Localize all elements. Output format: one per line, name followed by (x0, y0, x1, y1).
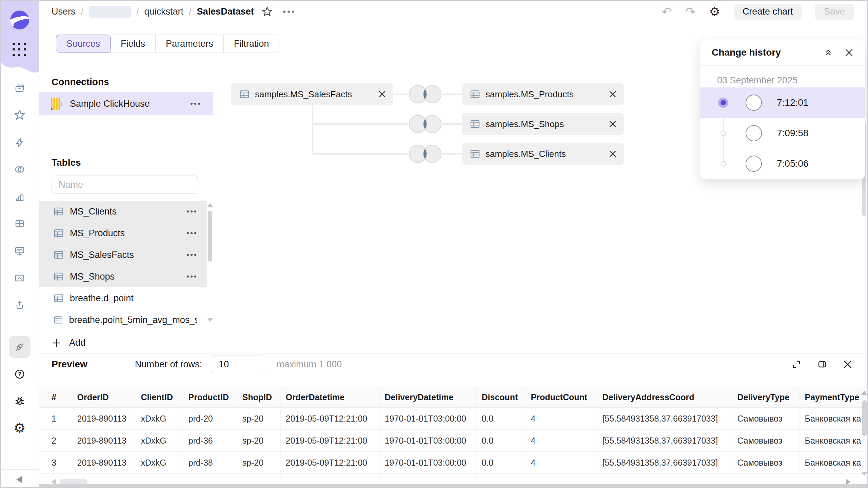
history-entry[interactable]: 7:09:58 (700, 118, 865, 148)
source-node-root[interactable]: samples.MS_SalesFacts (231, 83, 393, 105)
scrollbar-thumb[interactable] (862, 400, 867, 436)
dashboards-icon[interactable] (14, 218, 26, 230)
debug-bug-icon[interactable] (14, 395, 26, 407)
rows-count-label: Number of rows: (135, 359, 202, 370)
favorites-star-icon[interactable] (14, 109, 26, 121)
tab-sources[interactable]: Sources (56, 35, 111, 53)
breadcrumb-quickstart[interactable]: quickstart (144, 6, 184, 17)
close-preview-icon[interactable] (843, 360, 852, 369)
save-button[interactable]: Save (815, 4, 854, 20)
avatar (746, 156, 762, 172)
inner-join-icon[interactable] (407, 82, 443, 106)
charts-icon[interactable] (14, 191, 26, 203)
tab-parameters[interactable]: Parameters (155, 35, 224, 53)
table-icon (54, 315, 63, 325)
close-history-icon[interactable] (845, 48, 853, 57)
history-entry[interactable]: 7:05:06 (700, 148, 865, 179)
export-upload-icon[interactable] (14, 299, 26, 311)
scrollbar-thumb[interactable] (208, 211, 212, 262)
topbar-actions: ↶ ↷ ⚙ Create chart Save (662, 4, 854, 20)
history-entry-time: 7:05:06 (777, 158, 808, 169)
add-table-button[interactable]: Add (52, 338, 85, 348)
table-cell: prd-36 (183, 430, 237, 452)
scroll-down-icon[interactable] (861, 472, 867, 476)
column-header: # (39, 387, 72, 408)
table-list-item[interactable]: MS_Clients (39, 201, 207, 222)
storage-folder-icon[interactable] (14, 272, 26, 284)
inner-join-icon[interactable] (407, 142, 443, 166)
scroll-up-icon[interactable] (207, 203, 213, 207)
row-menu-icon[interactable] (186, 229, 197, 237)
remove-table-icon[interactable] (610, 91, 616, 97)
remove-table-icon[interactable] (610, 121, 616, 127)
table-cell: 4 (526, 430, 597, 452)
more-actions-icon[interactable] (283, 11, 294, 13)
undo-icon[interactable]: ↶ (662, 6, 672, 18)
table-icon (54, 250, 64, 260)
table-icon (470, 89, 480, 99)
table-cell: [55.584931358,37.663917033] (597, 408, 732, 430)
add-table-label: Add (69, 338, 85, 348)
collections-icon[interactable] (14, 82, 26, 94)
history-radio-icon[interactable] (718, 98, 728, 108)
scroll-up-icon[interactable] (861, 391, 867, 395)
connections-plug-icon[interactable] (14, 341, 26, 353)
scroll-down-icon[interactable] (207, 318, 213, 322)
source-node-joined[interactable]: samples.MS_Clients (462, 143, 624, 165)
settings-gear-icon[interactable]: ⚙ (14, 421, 26, 433)
preview-vscrollbar[interactable] (862, 389, 867, 467)
join-connector-lines (214, 57, 587, 226)
tables-scrollbar[interactable] (208, 203, 213, 322)
column-header: ProductID (183, 387, 237, 408)
table-list-item[interactable]: breathe.point_5min_avg_mos_s… (39, 309, 207, 331)
tables-title: Tables (52, 157, 81, 168)
table-list-item[interactable]: breathe.d_point (39, 287, 207, 309)
tab-filtration[interactable]: Filtration (223, 35, 280, 53)
table-icon (470, 149, 480, 159)
quick-actions-bolt-icon[interactable] (14, 136, 26, 148)
table-icon (54, 206, 64, 217)
inner-join-icon[interactable] (407, 112, 443, 136)
table-list-item[interactable]: MS_Products (39, 222, 207, 244)
collapse-sidebar-arrow[interactable] (16, 476, 22, 483)
redo-icon[interactable]: ↷ (685, 6, 695, 18)
history-entry-time: 7:12:01 (777, 97, 808, 108)
history-radio-icon[interactable] (721, 161, 726, 166)
collapse-panel-chevrons-icon[interactable] (824, 48, 833, 57)
datalens-logo[interactable] (10, 11, 29, 29)
history-radio-icon[interactable] (721, 130, 726, 136)
remove-table-icon[interactable] (379, 91, 385, 97)
remove-table-icon[interactable] (610, 151, 616, 157)
connection-menu-icon[interactable] (190, 100, 201, 107)
table-cell: Самовывоз (732, 408, 800, 430)
datasets-icon[interactable] (14, 163, 26, 176)
table-list-item[interactable]: MS_SalesFacts (39, 244, 207, 266)
breadcrumb-users[interactable]: Users (52, 6, 76, 17)
dataset-tabs: SourcesFieldsParametersFiltration (56, 35, 279, 53)
connection-item-sample-clickhouse[interactable]: Sample ClickHouse (39, 92, 213, 115)
help-icon[interactable]: ? (14, 368, 26, 380)
history-entry-time: 7:09:58 (777, 128, 808, 139)
breadcrumb-redacted-item[interactable] (89, 6, 131, 18)
column-header: DeliveryAddressCoord (597, 387, 732, 408)
apps-grid-icon[interactable] (13, 43, 27, 57)
expand-preview-icon[interactable] (791, 359, 802, 369)
monitoring-icon[interactable] (14, 245, 26, 257)
favorite-star-button[interactable] (261, 6, 273, 18)
history-entry[interactable]: 7:12:01 (700, 87, 865, 118)
source-node-joined[interactable]: samples.MS_Shops (462, 113, 624, 135)
tab-fields[interactable]: Fields (110, 35, 156, 53)
table-cell: prd-38 (183, 452, 237, 474)
create-chart-button[interactable]: Create chart (734, 4, 802, 20)
table-cell: 0.0 (476, 430, 526, 452)
table-search-input[interactable] (52, 176, 198, 194)
datalens-dataset-editor: ? ⚙ Users / / quickstart / SalesDataset … (0, 0, 868, 488)
row-menu-icon[interactable] (186, 208, 197, 215)
table-list-item[interactable]: MS_Shops (39, 266, 207, 287)
split-view-icon[interactable] (817, 359, 827, 369)
rows-count-input[interactable] (211, 355, 265, 373)
row-menu-icon[interactable] (186, 273, 197, 280)
dataset-settings-gear-icon[interactable]: ⚙ (709, 6, 720, 18)
row-menu-icon[interactable] (186, 251, 197, 259)
source-node-joined[interactable]: samples.MS_Products (462, 83, 624, 105)
